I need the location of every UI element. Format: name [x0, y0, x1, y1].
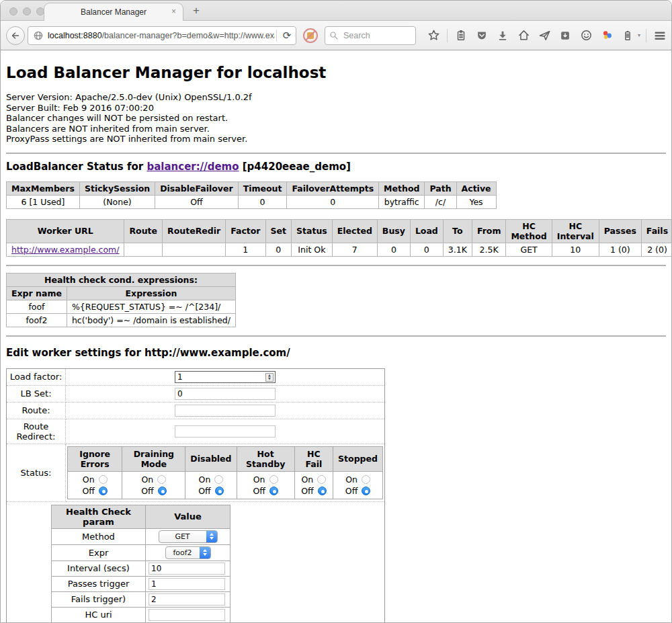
column-header: Load [410, 219, 443, 243]
column-header: MaxMembers [7, 181, 80, 195]
route-redirect-input[interactable] [175, 425, 276, 438]
save-to-device-icon[interactable] [557, 28, 573, 44]
worker-status-table: Worker URLRouteRouteRedirFactorSetStatus… [6, 219, 671, 257]
column-header: HC Fail [294, 446, 333, 471]
url-path: /balancer-manager?b=demo&w=http://www.ex… [102, 31, 275, 40]
column-header: FailoverAttempts [287, 181, 379, 195]
off-label: Off [345, 485, 358, 497]
route-input[interactable] [175, 405, 276, 417]
home-icon[interactable] [515, 28, 532, 44]
new-tab-button[interactable]: + [193, 4, 200, 17]
hc-passes-label: Passes trigger [52, 576, 146, 591]
select-arrows-icon [200, 546, 210, 559]
hc-expr-selected-value: foof2 [166, 548, 200, 557]
divider [6, 265, 666, 266]
send-page-icon[interactable] [536, 28, 552, 44]
battery-extension-icon[interactable] [620, 28, 636, 44]
pocket-icon[interactable] [474, 28, 490, 44]
off-label: Off [301, 485, 313, 497]
column-header: Fails [641, 219, 671, 243]
column-header: StickySession [79, 181, 155, 195]
notice-line: ProxyPass settings are NOT inherited fro… [6, 134, 666, 144]
table-cell: 0 [287, 195, 379, 208]
hc-uri-label: HC uri [52, 607, 146, 622]
hc-uri-input[interactable] [149, 609, 225, 621]
search-bar[interactable] [325, 26, 416, 45]
tab-close-icon[interactable]: × [171, 7, 176, 15]
ignore-errors-on-radio[interactable] [99, 475, 108, 484]
column-header: Busy [377, 219, 410, 243]
back-button[interactable] [6, 26, 25, 45]
disabled-on-radio[interactable] [214, 475, 223, 484]
column-header: Elected [332, 219, 377, 243]
table-cell: 0 [377, 243, 410, 256]
content-blocked-icon[interactable] [303, 28, 318, 43]
load-factor-label: Load factor: [7, 368, 66, 385]
table-cell: 2 (0) [641, 243, 671, 256]
search-input[interactable] [342, 30, 409, 41]
tab-balancer-manager[interactable]: Balancer Manager × [44, 3, 183, 21]
column-header: Hot Standby [237, 446, 294, 471]
table-cell: %{REQUEST_STATUS} =~ /^[234]/ [67, 300, 235, 313]
downloads-icon[interactable] [495, 28, 511, 44]
notice-line: Balancers are NOT inherited from main se… [6, 124, 666, 134]
column-header: Timeout [238, 181, 287, 195]
colorpicker-extension-icon[interactable] [599, 28, 615, 44]
search-icon [329, 31, 339, 40]
column-header: Status [292, 219, 333, 243]
tab-bar: Balancer Manager × + [1, 1, 671, 21]
load-factor-input[interactable] [175, 371, 276, 383]
page-title: Load Balancer Manager for localhost [6, 64, 666, 81]
draining-mode-on-radio[interactable] [157, 475, 166, 484]
hc-param-header: Health Check param [52, 505, 146, 528]
url-bar[interactable]: localhost:8880/balancer-manager?b=demo&w… [28, 26, 296, 45]
table-cell: 3.1K [443, 243, 472, 256]
disabled-off-radio[interactable] [215, 487, 224, 495]
hot-standby-off-radio[interactable] [269, 487, 278, 495]
divider [6, 335, 666, 337]
hc-expr-select[interactable]: foof2 [165, 546, 211, 559]
lb-set-input[interactable] [175, 388, 276, 400]
browser-window: Balancer Manager × + localhost:8880/bala… [0, 0, 672, 623]
on-label: On [141, 474, 153, 485]
stopped-on-radio[interactable] [362, 475, 370, 484]
draining-mode-off-radio[interactable] [158, 487, 167, 495]
hc-fail-on-radio[interactable] [317, 475, 326, 484]
reading-list-icon[interactable] [453, 28, 469, 44]
stopped-off-radio[interactable] [362, 487, 370, 495]
feedback-smiley-icon[interactable] [578, 28, 594, 44]
hot-standby-on-radio[interactable] [269, 475, 278, 484]
table-cell: (None) [79, 195, 155, 208]
off-label: Off [253, 485, 265, 497]
bookmark-star-icon[interactable] [425, 28, 442, 44]
table-cell: 0 [265, 243, 291, 256]
table-cell: 1 (0) [599, 243, 641, 256]
divider [6, 153, 666, 154]
hc-fail-off-radio[interactable] [318, 487, 327, 495]
chevron-down-icon[interactable]: ▾ [638, 32, 640, 38]
hc-fails-input[interactable] [149, 593, 225, 606]
number-spinner-icon[interactable]: ▲▼ [265, 373, 274, 382]
balancer-demo-link[interactable]: balancer://demo [146, 161, 239, 173]
hc-interval-input[interactable] [149, 563, 225, 575]
column-header: DisableFailover [155, 181, 238, 195]
menu-hamburger-icon[interactable] [652, 28, 668, 44]
close-window-button[interactable] [9, 7, 17, 15]
server-version-line: Server Version: Apache/2.5.0-dev (Unix) … [6, 92, 666, 103]
load-factor-row: Load factor: ▲▼ [7, 368, 385, 385]
hc-method-select[interactable]: GET [159, 530, 218, 543]
table-cell: Yes [456, 195, 496, 208]
minimize-window-button[interactable] [23, 7, 31, 15]
notice-line: Balancer changes will NOT be persisted o… [6, 113, 666, 124]
table-cell: foof [7, 300, 67, 313]
column-header: Disabled [185, 446, 237, 471]
on-label: On [199, 474, 211, 485]
table-cell: 7 [332, 243, 377, 256]
column-header: Active [456, 181, 496, 195]
reload-button[interactable]: ⟳ [278, 27, 296, 44]
column-header: Worker URL [7, 219, 124, 243]
worker-url-link[interactable]: http://www.example.com/ [11, 245, 119, 255]
lb-set-label: LB Set: [7, 385, 66, 402]
hc-passes-input[interactable] [149, 578, 225, 590]
ignore-errors-off-radio[interactable] [99, 487, 108, 495]
